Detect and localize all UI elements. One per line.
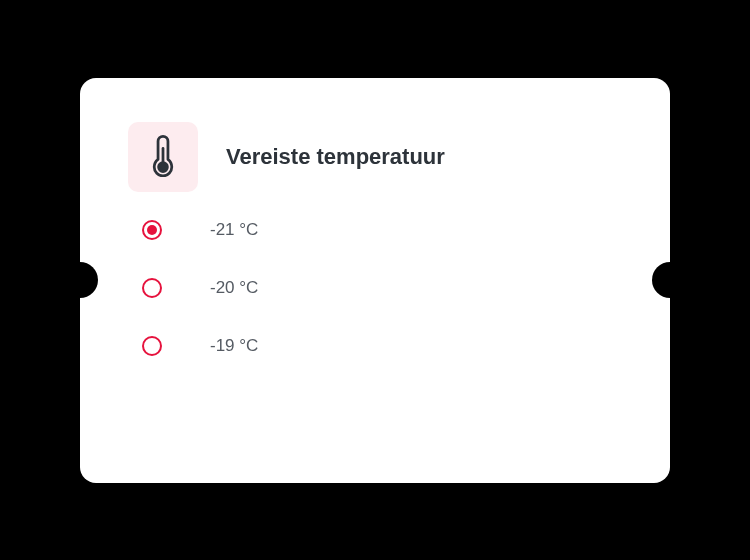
card-title: Vereiste temperatuur <box>226 144 445 170</box>
option-label: -20 °C <box>210 278 258 298</box>
ticket-notch-right <box>652 262 688 298</box>
temperature-option-2[interactable]: -19 °C <box>142 336 622 356</box>
option-label: -19 °C <box>210 336 258 356</box>
icon-container <box>128 122 198 192</box>
thermometer-icon <box>149 133 177 181</box>
card-header: Vereiste temperatuur <box>128 122 622 192</box>
temperature-card: Vereiste temperatuur -21 °C -20 °C -19 °… <box>80 78 670 483</box>
radio-button[interactable] <box>142 278 162 298</box>
ticket-notch-left <box>62 262 98 298</box>
temperature-option-1[interactable]: -20 °C <box>142 278 622 298</box>
option-label: -21 °C <box>210 220 258 240</box>
temperature-option-0[interactable]: -21 °C <box>142 220 622 240</box>
radio-button[interactable] <box>142 336 162 356</box>
options-list: -21 °C -20 °C -19 °C <box>128 220 622 356</box>
radio-button[interactable] <box>142 220 162 240</box>
